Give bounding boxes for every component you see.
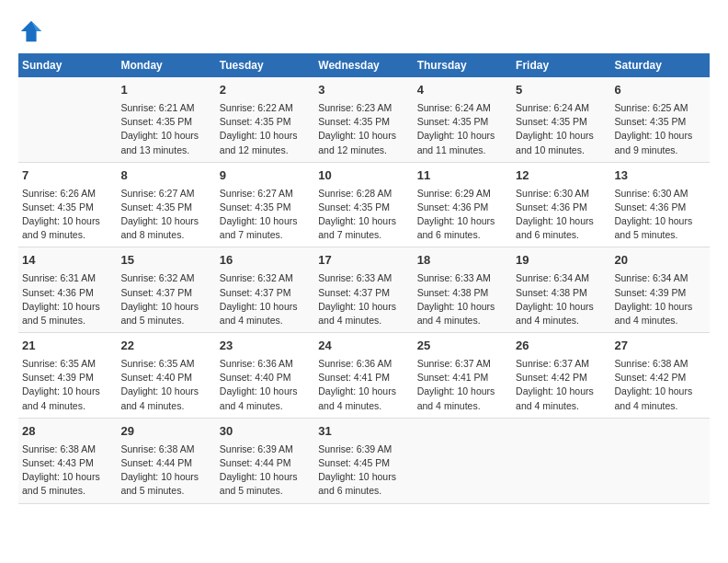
day-info: Sunrise: 6:38 AM Sunset: 4:42 PM Dayligh… [615,357,706,413]
calendar-day-cell: 6Sunrise: 6:25 AM Sunset: 4:35 PM Daylig… [611,77,710,162]
day-number: 5 [516,82,607,99]
day-info: Sunrise: 6:35 AM Sunset: 4:39 PM Dayligh… [22,357,113,413]
day-number: 22 [120,338,211,355]
calendar-day-cell: 15Sunrise: 6:32 AM Sunset: 4:37 PM Dayli… [117,247,215,333]
logo [18,18,46,44]
day-info: Sunrise: 6:25 AM Sunset: 4:35 PM Dayligh… [615,101,706,157]
calendar-day-cell: 4Sunrise: 6:24 AM Sunset: 4:35 PM Daylig… [414,77,512,162]
weekday-header: Thursday [414,53,512,77]
calendar-week-row: 28Sunrise: 6:38 AM Sunset: 4:43 PM Dayli… [18,418,710,503]
calendar-day-cell: 29Sunrise: 6:38 AM Sunset: 4:44 PM Dayli… [117,418,215,503]
calendar-day-cell: 5Sunrise: 6:24 AM Sunset: 4:35 PM Daylig… [512,77,610,162]
day-number: 15 [120,252,211,270]
calendar-day-cell: 3Sunrise: 6:23 AM Sunset: 4:35 PM Daylig… [314,77,413,162]
calendar-day-cell: 23Sunrise: 6:36 AM Sunset: 4:40 PM Dayli… [216,333,314,419]
day-number: 26 [516,338,607,355]
day-info: Sunrise: 6:39 AM Sunset: 4:44 PM Dayligh… [220,442,311,499]
day-number: 3 [318,82,409,99]
calendar-day-cell: 22Sunrise: 6:35 AM Sunset: 4:40 PM Dayli… [117,333,215,419]
calendar-day-cell [18,77,117,162]
calendar-day-cell [512,418,610,503]
calendar-week-row: 7Sunrise: 6:26 AM Sunset: 4:35 PM Daylig… [18,162,710,247]
day-info: Sunrise: 6:32 AM Sunset: 4:37 PM Dayligh… [220,271,311,327]
day-number: 8 [120,167,211,185]
calendar-day-cell: 8Sunrise: 6:27 AM Sunset: 4:35 PM Daylig… [117,162,215,247]
day-info: Sunrise: 6:23 AM Sunset: 4:35 PM Dayligh… [318,101,409,157]
calendar-day-cell: 16Sunrise: 6:32 AM Sunset: 4:37 PM Dayli… [216,247,314,333]
calendar-day-cell: 12Sunrise: 6:30 AM Sunset: 4:36 PM Dayli… [512,162,610,247]
calendar-day-cell: 21Sunrise: 6:35 AM Sunset: 4:39 PM Dayli… [18,333,117,419]
day-info: Sunrise: 6:33 AM Sunset: 4:37 PM Dayligh… [318,271,409,327]
day-info: Sunrise: 6:38 AM Sunset: 4:43 PM Dayligh… [22,442,113,499]
day-number: 29 [120,423,211,441]
calendar-day-cell: 26Sunrise: 6:37 AM Sunset: 4:42 PM Dayli… [512,333,610,419]
calendar-day-cell: 2Sunrise: 6:22 AM Sunset: 4:35 PM Daylig… [216,77,314,162]
day-info: Sunrise: 6:27 AM Sunset: 4:35 PM Dayligh… [220,187,311,243]
day-info: Sunrise: 6:35 AM Sunset: 4:40 PM Dayligh… [120,357,211,413]
day-info: Sunrise: 6:30 AM Sunset: 4:36 PM Dayligh… [516,187,607,243]
day-info: Sunrise: 6:34 AM Sunset: 4:39 PM Dayligh… [615,271,706,327]
day-info: Sunrise: 6:34 AM Sunset: 4:38 PM Dayligh… [516,271,607,327]
day-info: Sunrise: 6:21 AM Sunset: 4:35 PM Dayligh… [120,101,211,157]
day-info: Sunrise: 6:38 AM Sunset: 4:44 PM Dayligh… [120,442,211,499]
logo-icon [18,18,44,44]
day-info: Sunrise: 6:31 AM Sunset: 4:36 PM Dayligh… [22,271,113,327]
day-info: Sunrise: 6:33 AM Sunset: 4:38 PM Dayligh… [417,271,508,327]
day-number: 7 [22,167,113,185]
calendar-day-cell: 7Sunrise: 6:26 AM Sunset: 4:35 PM Daylig… [18,162,117,247]
calendar-body: 1Sunrise: 6:21 AM Sunset: 4:35 PM Daylig… [18,77,710,503]
weekday-header: Tuesday [216,53,314,77]
weekday-header: Sunday [18,53,117,77]
calendar-day-cell: 27Sunrise: 6:38 AM Sunset: 4:42 PM Dayli… [611,333,710,419]
day-number: 18 [417,252,508,270]
page-header [18,18,710,44]
day-info: Sunrise: 6:36 AM Sunset: 4:41 PM Dayligh… [318,357,409,413]
day-number: 19 [516,252,607,270]
calendar-day-cell: 17Sunrise: 6:33 AM Sunset: 4:37 PM Dayli… [314,247,413,333]
day-number: 20 [615,252,706,270]
day-number: 27 [615,338,706,355]
day-number: 24 [318,338,409,355]
day-info: Sunrise: 6:36 AM Sunset: 4:40 PM Dayligh… [220,357,311,413]
day-number: 30 [220,423,311,441]
day-info: Sunrise: 6:24 AM Sunset: 4:35 PM Dayligh… [417,101,508,157]
weekday-header: Wednesday [314,53,413,77]
day-info: Sunrise: 6:39 AM Sunset: 4:45 PM Dayligh… [318,442,409,499]
day-number: 23 [220,338,311,355]
day-number: 25 [417,338,508,355]
day-number: 21 [22,338,113,355]
day-info: Sunrise: 6:27 AM Sunset: 4:35 PM Dayligh… [120,187,211,243]
calendar-day-cell: 9Sunrise: 6:27 AM Sunset: 4:35 PM Daylig… [216,162,314,247]
weekday-header: Friday [512,53,610,77]
day-info: Sunrise: 6:37 AM Sunset: 4:42 PM Dayligh… [516,357,607,413]
day-info: Sunrise: 6:32 AM Sunset: 4:37 PM Dayligh… [120,271,211,327]
day-number: 12 [516,167,607,185]
calendar-day-cell [611,418,710,503]
day-number: 11 [417,167,508,185]
day-number: 1 [120,82,211,99]
calendar-day-cell: 30Sunrise: 6:39 AM Sunset: 4:44 PM Dayli… [216,418,314,503]
calendar-day-cell: 13Sunrise: 6:30 AM Sunset: 4:36 PM Dayli… [611,162,710,247]
calendar-header: SundayMondayTuesdayWednesdayThursdayFrid… [18,53,710,77]
calendar-day-cell [414,418,512,503]
day-info: Sunrise: 6:30 AM Sunset: 4:36 PM Dayligh… [615,187,706,243]
day-info: Sunrise: 6:26 AM Sunset: 4:35 PM Dayligh… [22,187,113,243]
day-info: Sunrise: 6:37 AM Sunset: 4:41 PM Dayligh… [417,357,508,413]
day-info: Sunrise: 6:22 AM Sunset: 4:35 PM Dayligh… [220,101,311,157]
calendar-day-cell: 20Sunrise: 6:34 AM Sunset: 4:39 PM Dayli… [611,247,710,333]
day-number: 14 [22,252,113,270]
calendar-day-cell: 11Sunrise: 6:29 AM Sunset: 4:36 PM Dayli… [414,162,512,247]
calendar-week-row: 1Sunrise: 6:21 AM Sunset: 4:35 PM Daylig… [18,77,710,162]
day-number: 16 [220,252,311,270]
day-number: 6 [615,82,706,99]
calendar-day-cell: 31Sunrise: 6:39 AM Sunset: 4:45 PM Dayli… [314,418,413,503]
day-number: 28 [22,423,113,441]
day-number: 10 [318,167,409,185]
day-number: 17 [318,252,409,270]
day-info: Sunrise: 6:24 AM Sunset: 4:35 PM Dayligh… [516,101,607,157]
calendar-day-cell: 24Sunrise: 6:36 AM Sunset: 4:41 PM Dayli… [314,333,413,419]
calendar-week-row: 21Sunrise: 6:35 AM Sunset: 4:39 PM Dayli… [18,333,710,419]
weekday-header: Saturday [611,53,710,77]
calendar-day-cell: 25Sunrise: 6:37 AM Sunset: 4:41 PM Dayli… [414,333,512,419]
calendar-day-cell: 19Sunrise: 6:34 AM Sunset: 4:38 PM Dayli… [512,247,610,333]
